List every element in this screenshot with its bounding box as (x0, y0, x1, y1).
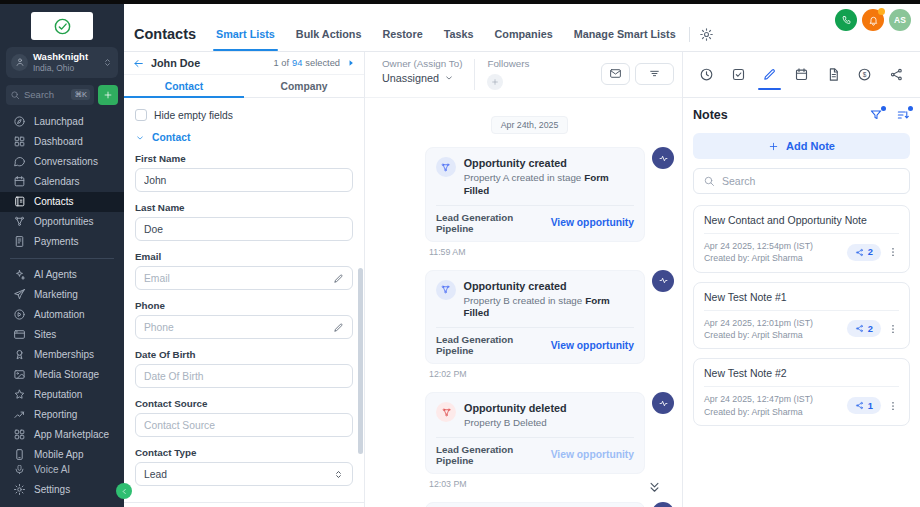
sidebar-item-marketing[interactable]: Marketing (0, 285, 124, 305)
note-share-badge[interactable]: 1 (847, 397, 881, 414)
note-menu-kebab-icon[interactable] (887, 323, 899, 335)
tab-documents[interactable] (826, 52, 841, 97)
notes-search[interactable] (693, 168, 910, 194)
sidebar-item-dashboard[interactable]: Dashboard (0, 132, 124, 152)
note-author: Created by: Arpit Sharma (704, 252, 813, 264)
contact-source-field[interactable] (144, 420, 344, 431)
tab-companies[interactable]: Companies (494, 28, 552, 51)
opportunity-card: Opportunity deleted Property B Deleted L… (425, 392, 645, 474)
sidebar-item-settings[interactable]: Settings (0, 479, 124, 499)
tab-tasks[interactable] (731, 52, 746, 97)
sidebar-item-app-marketplace[interactable]: App Marketplace (0, 425, 124, 445)
tab-restore[interactable]: Restore (382, 28, 422, 51)
phone-icon (841, 15, 852, 26)
user-avatar[interactable]: AS (889, 9, 911, 31)
pulse-icon (658, 398, 669, 409)
first-name-field[interactable] (144, 175, 344, 186)
mail-icon (609, 67, 622, 80)
sidebar-item-launchpad[interactable]: Launchpad (0, 112, 124, 132)
owner-select[interactable]: Unassigned (382, 72, 462, 84)
account-switcher[interactable]: WashKnight India, Ohio (6, 47, 118, 78)
sidebar-item-calendars[interactable]: Calendars (0, 172, 124, 192)
edit-pencil-icon[interactable] (333, 273, 344, 284)
contact-type-select[interactable]: Lead (135, 462, 353, 486)
email-button[interactable] (601, 63, 630, 85)
last-name-field[interactable] (144, 224, 344, 235)
activity-avatar (652, 502, 674, 507)
sidebar-item-reporting[interactable]: Reporting (0, 405, 124, 425)
launchpad-icon (13, 115, 26, 128)
email-field[interactable] (144, 273, 325, 284)
add-follower-button[interactable] (487, 74, 503, 90)
tab-contact[interactable]: Contact (124, 75, 244, 97)
sidebar-item-opportunities[interactable]: Opportunities (0, 212, 124, 232)
scroll-to-bottom-icon[interactable] (647, 480, 662, 495)
sidebar-item-automation[interactable]: Automation (0, 305, 124, 325)
sidebar-collapse-toggle[interactable] (116, 483, 132, 499)
note-share-badge[interactable]: 2 (847, 244, 881, 261)
vertical-divider (474, 59, 475, 90)
dialer-button[interactable] (835, 9, 857, 31)
sidebar-item-ai-agents[interactable]: AI Agents (0, 265, 124, 285)
view-opportunity-link[interactable]: View opportunity (551, 340, 634, 351)
header-tabs: Smart Lists Bulk Actions Restore Tasks C… (216, 28, 676, 51)
sidebar-item-payments[interactable]: Payments (0, 232, 124, 252)
notifications-button[interactable] (862, 9, 884, 31)
next-record-caret-icon[interactable] (346, 58, 356, 68)
sidebar-item-mobile-app[interactable]: Mobile App (0, 445, 124, 465)
note-card[interactable]: New Test Note #1 Apr 24 2025, 12:01pm (I… (693, 282, 910, 350)
pulse-icon (658, 275, 669, 286)
feed-event: Opportunity deleted Property B Deleted L… (385, 392, 674, 474)
notes-filter-funnel-icon[interactable] (869, 108, 883, 122)
view-opportunity-link[interactable]: View opportunity (551, 217, 634, 228)
back-arrow-icon[interactable] (132, 57, 145, 70)
tab-bulk-actions[interactable]: Bulk Actions (296, 28, 362, 51)
notes-panel: $ Notes Add Note (683, 52, 920, 507)
note-menu-kebab-icon[interactable] (887, 246, 899, 258)
dob-field[interactable] (144, 371, 344, 382)
sidebar-item-voice-ai[interactable]: Voice AI (0, 465, 124, 474)
section-contact-toggle[interactable]: Contact (135, 132, 353, 143)
notes-search-input[interactable] (722, 175, 900, 187)
form-scrollbar[interactable] (358, 268, 363, 454)
tab-manage-smart-lists[interactable]: Manage Smart Lists (574, 28, 676, 51)
sidebar-item-sites[interactable]: Sites (0, 325, 124, 345)
sidebar-item-media-storage[interactable]: Media Storage (0, 365, 124, 385)
owner-label: Owner (Assign To) (382, 58, 462, 69)
note-date: Apr 24 2025, 12:54pm (IST) (704, 240, 813, 252)
tab-tasks[interactable]: Tasks (444, 28, 474, 51)
tab-smart-lists[interactable]: Smart Lists (216, 28, 275, 51)
filter-activity-button[interactable] (635, 63, 674, 85)
activity-feed: Apr 24th, 2025 Opportunity created Prope… (365, 98, 682, 507)
filter-lines-icon (648, 67, 661, 80)
sidebar-search[interactable]: ⌘K (6, 85, 94, 105)
quick-add-button[interactable] (98, 85, 118, 105)
sidebar-item-contacts[interactable]: Contacts (0, 192, 124, 212)
smart-lists-settings-gear-icon[interactable] (699, 27, 714, 42)
document-icon (826, 67, 841, 82)
note-menu-kebab-icon[interactable] (887, 400, 899, 412)
note-card[interactable]: New Contact and Opportunity Note Apr 24 … (693, 205, 910, 273)
sidebar-item-conversations[interactable]: Conversations (0, 152, 124, 172)
hide-empty-fields-checkbox[interactable] (135, 109, 147, 121)
tab-notes[interactable] (762, 52, 777, 97)
activity-avatar (652, 270, 674, 292)
pulse-icon (658, 153, 669, 164)
contacts-icon (13, 195, 26, 208)
notes-sort-icon[interactable] (896, 108, 910, 122)
add-note-button[interactable]: Add Note (693, 133, 910, 159)
account-avatar (11, 54, 28, 71)
tab-associations[interactable] (889, 52, 904, 97)
tab-activity[interactable] (699, 52, 714, 97)
note-card[interactable]: New Test Note #2 Apr 24 2025, 12:47pm (I… (693, 358, 910, 426)
sidebar-item-memberships[interactable]: Memberships (0, 345, 124, 365)
tab-appointments[interactable] (794, 52, 809, 97)
edit-pencil-icon[interactable] (333, 322, 344, 333)
phone-field[interactable] (144, 322, 325, 333)
view-opportunity-link[interactable]: View opportunity (551, 449, 634, 460)
note-share-badge[interactable]: 2 (847, 320, 881, 337)
sidebar-item-reputation[interactable]: Reputation (0, 385, 124, 405)
sidebar-search-input[interactable] (24, 89, 67, 100)
tab-company[interactable]: Company (244, 75, 364, 97)
tab-payments[interactable]: $ (857, 52, 872, 97)
